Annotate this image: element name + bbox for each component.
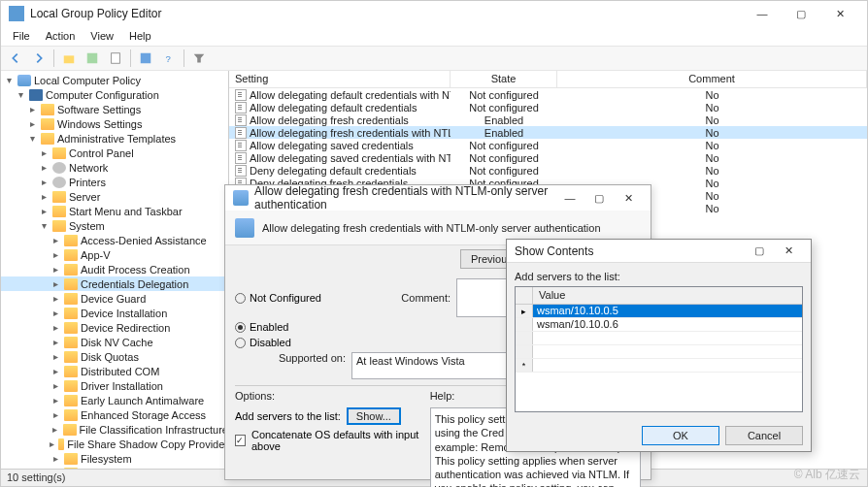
list-row[interactable]: Allow delegating fresh credentialsEnable… [229,114,867,126]
maximize-button[interactable]: ▢ [782,1,820,26]
list-row[interactable]: Deny delegating default credentialsNot c… [229,164,867,177]
setting-icon [235,218,254,238]
help-button[interactable]: ? [158,48,180,69]
list-row[interactable]: Allow delegating saved credentials with … [229,151,867,164]
show-title: Show Contents [515,244,745,258]
tree-admin[interactable]: ▾Administrative Templates [1,131,228,146]
watermark: © Alb 亿速云 [794,467,860,483]
supported-label: Supported on: [235,352,351,364]
list-row[interactable]: Allow delegating default credentials wit… [229,88,867,101]
show-hide-tree-button[interactable] [82,48,103,69]
grid-row[interactable]: wsman/10.10.0.6 [516,318,802,332]
properties-button[interactable] [135,48,156,69]
tree-item[interactable]: ▸Server [1,189,228,204]
tree-item[interactable]: ▸Early Launch Antimalware [1,393,228,407]
value-grid[interactable]: Value ▸wsman/10.10.0.5wsman/10.10.0.6* [515,286,803,412]
close-button[interactable]: ✕ [820,1,859,26]
tree-item[interactable]: ▸Network [1,160,228,175]
tree-item[interactable]: ▸Control Panel [1,146,228,160]
col-setting[interactable]: Setting [229,71,451,87]
concat-checkbox[interactable]: ✓ [235,435,246,446]
minimize-button[interactable]: — [743,1,782,26]
show-button[interactable]: Show... [347,407,401,425]
grid-row[interactable] [516,332,802,345]
up-button[interactable] [58,48,80,69]
show-label: Add servers to the list: [515,271,803,282]
add-servers-label: Add servers to the list: [235,410,341,422]
col-comment[interactable]: Comment [557,71,867,87]
tree-windows[interactable]: ▸Windows Settings [1,116,228,131]
tree-item[interactable]: ▸Driver Installation [1,378,228,393]
menubar: File Action View Help [1,26,867,46]
tree-item[interactable]: ▸Disk Quotas [1,349,228,364]
tree-item[interactable]: ▸Enhanced Storage Access [1,407,228,422]
tree-computer-config[interactable]: ▾Computer Configuration [1,87,228,102]
filter-button[interactable] [188,48,210,69]
tree-item[interactable]: ▸Device Guard [1,291,228,306]
tree-software[interactable]: ▸Software Settings [1,102,228,116]
grid-row[interactable] [516,345,802,359]
tree-item[interactable]: ▸Distributed COM [1,364,228,378]
tree-panel[interactable]: ▾Local Computer Policy ▾Computer Configu… [1,71,229,469]
svg-rect-1 [87,53,98,64]
property-titlebar: Allow delegating fresh credentials with … [225,185,651,211]
svg-text:?: ? [166,53,171,64]
tree-item[interactable]: ▸Access-Denied Assistance [1,233,228,247]
cancel-button[interactable]: Cancel [725,426,803,445]
grid-row[interactable]: ▸wsman/10.10.0.5 [516,305,802,318]
tree-item[interactable]: ▸Audit Process Creation [1,262,228,276]
export-button[interactable] [105,48,126,69]
forward-button[interactable] [28,48,50,69]
show-maximize-button[interactable]: ▢ [745,239,774,264]
tree-item[interactable]: ▸File Classification Infrastructure [1,422,228,437]
tree-item[interactable]: ▸Disk NV Cache [1,335,228,349]
menu-action[interactable]: Action [38,28,83,44]
dialog-icon [233,190,249,206]
menu-help[interactable]: Help [121,28,159,44]
list-row[interactable]: Allow delegating saved credentialsNot co… [229,139,867,151]
list-header: Setting State Comment [229,71,867,88]
comment-label: Comment: [346,292,456,304]
back-button[interactable] [5,48,26,69]
tree-item[interactable]: ▸Start Menu and Taskbar [1,204,228,218]
app-icon [9,6,24,21]
show-close-button[interactable]: ✕ [774,239,803,264]
tree-root[interactable]: ▾Local Computer Policy [1,73,228,87]
tree-item[interactable]: ▸File Share Shadow Copy Provider [1,437,228,451]
tree-system[interactable]: ▾System [1,218,228,233]
menu-file[interactable]: File [5,28,38,44]
dialog-maximize-button[interactable]: ▢ [584,185,614,211]
list-row[interactable]: Allow delegating default credentialsNot … [229,101,867,114]
show-contents-dialog: Show Contents ▢ ✕ Add servers to the lis… [506,239,812,452]
menu-view[interactable]: View [83,28,121,44]
ok-button[interactable]: OK [642,426,719,445]
tree-item[interactable]: ▸App-V [1,247,228,262]
radio-not-configured[interactable]: Not Configured [235,292,346,304]
tree-item[interactable]: ▸Device Redirection [1,320,228,335]
svg-rect-0 [64,55,75,63]
radio-enabled[interactable]: Enabled [235,321,351,333]
radio-disabled[interactable]: Disabled [235,337,351,348]
svg-rect-2 [112,53,120,64]
tree-item[interactable]: ▸Filesystem [1,451,228,466]
svg-rect-3 [141,53,151,64]
property-header-text: Allow delegating fresh credentials with … [262,222,641,234]
grid-row[interactable]: * [516,359,802,373]
toolbar: ? [1,46,867,71]
concat-label: Concatenate OS defaults with input above [251,429,430,452]
dialog-close-button[interactable]: ✕ [614,185,643,211]
value-column-header[interactable]: Value [533,287,802,304]
options-heading: Options: [235,390,430,402]
titlebar: Local Group Policy Editor — ▢ ✕ [1,1,867,26]
tree-item[interactable]: ▸Device Installation [1,306,228,320]
list-row[interactable]: Allow delegating fresh credentials with … [229,126,867,139]
col-state[interactable]: State [451,71,557,87]
dialog-minimize-button[interactable]: — [555,185,584,211]
show-titlebar: Show Contents ▢ ✕ [507,240,811,263]
property-title: Allow delegating fresh credentials with … [254,184,555,211]
window-title: Local Group Policy Editor [30,7,743,20]
tree-item[interactable]: ▸Credentials Delegation [1,276,228,291]
tree-item[interactable]: ▸Printers [1,175,228,189]
